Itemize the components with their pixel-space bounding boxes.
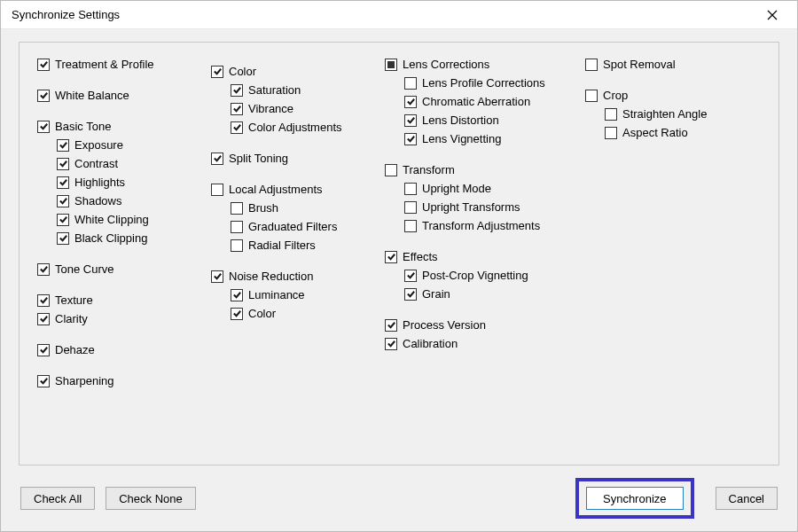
lens-vignetting-checkbox[interactable] — [404, 133, 417, 145]
upright-mode-row[interactable]: Upright Mode — [385, 179, 562, 198]
lens-distortion-row[interactable]: Lens Distortion — [385, 111, 562, 129]
basic-tone-row[interactable]: Basic Tone — [37, 117, 188, 136]
highlights-label: Highlights — [74, 173, 125, 192]
luminance-row[interactable]: Luminance — [211, 286, 362, 304]
sync-settings-dialog: Synchronize Settings Treatment & Profile… — [0, 0, 798, 532]
column-1: Treatment & Profile White Balance Basic … — [37, 55, 188, 390]
saturation-checkbox[interactable] — [231, 84, 243, 97]
shadows-checkbox[interactable] — [57, 195, 69, 207]
upright-mode-checkbox[interactable] — [404, 183, 417, 195]
highlights-checkbox[interactable] — [57, 176, 69, 189]
black-clipping-row[interactable]: Black Clipping — [37, 229, 188, 247]
chromatic-aberration-checkbox[interactable] — [404, 96, 417, 108]
noise-reduction-row[interactable]: Noise Reduction — [211, 267, 362, 286]
check-none-button[interactable]: Check None — [106, 487, 196, 510]
sharpening-checkbox[interactable] — [37, 375, 50, 387]
local-adjustments-checkbox[interactable] — [211, 184, 223, 196]
split-toning-checkbox[interactable] — [211, 153, 223, 165]
nr-color-checkbox[interactable] — [231, 308, 243, 320]
clarity-checkbox[interactable] — [37, 313, 50, 325]
spot-removal-checkbox[interactable] — [585, 59, 598, 71]
straighten-angle-checkbox[interactable] — [605, 108, 617, 121]
post-crop-vignetting-row[interactable]: Post-Crop Vignetting — [385, 266, 562, 285]
contrast-row[interactable]: Contrast — [37, 154, 188, 173]
chromatic-aberration-row[interactable]: Chromatic Aberration — [385, 92, 562, 111]
color-checkbox[interactable] — [211, 66, 223, 78]
treatment-profile-checkbox[interactable] — [37, 59, 50, 71]
crop-row[interactable]: Crop — [585, 86, 736, 105]
post-crop-vignetting-checkbox[interactable] — [404, 270, 417, 282]
saturation-row[interactable]: Saturation — [211, 81, 362, 99]
process-version-checkbox[interactable] — [385, 319, 397, 332]
color-row[interactable]: Color — [211, 62, 362, 81]
luminance-checkbox[interactable] — [231, 289, 243, 301]
white-balance-checkbox[interactable] — [37, 90, 50, 102]
lens-profile-corrections-checkbox[interactable] — [404, 77, 417, 90]
dehaze-checkbox[interactable] — [37, 344, 50, 356]
texture-row[interactable]: Texture — [37, 291, 188, 309]
lens-corrections-checkbox[interactable] — [385, 59, 397, 71]
aspect-ratio-row[interactable]: Aspect Ratio — [585, 123, 736, 142]
texture-checkbox[interactable] — [37, 294, 50, 307]
brush-checkbox[interactable] — [231, 202, 243, 215]
close-button[interactable] — [755, 3, 790, 27]
graduated-filters-row[interactable]: Graduated Filters — [211, 217, 362, 236]
button-row: Check All Check None Synchronize Cancel — [20, 478, 778, 519]
local-adjustments-row[interactable]: Local Adjustments — [211, 180, 362, 199]
upright-transforms-label: Upright Transforms — [422, 198, 520, 216]
lens-vignetting-row[interactable]: Lens Vignetting — [385, 129, 562, 148]
process-version-row[interactable]: Process Version — [385, 316, 562, 334]
cancel-button[interactable]: Cancel — [716, 487, 778, 510]
clarity-row[interactable]: Clarity — [37, 309, 188, 328]
tone-curve-row[interactable]: Tone Curve — [37, 260, 188, 278]
transform-adjustments-row[interactable]: Transform Adjustments — [385, 216, 562, 235]
exposure-row[interactable]: Exposure — [37, 136, 188, 154]
tone-curve-checkbox[interactable] — [37, 263, 50, 276]
synchronize-highlight: Synchronize — [575, 478, 694, 519]
nr-color-row[interactable]: Color — [211, 304, 362, 323]
effects-checkbox[interactable] — [385, 251, 397, 263]
transform-row[interactable]: Transform — [385, 160, 562, 179]
calibration-checkbox[interactable] — [385, 338, 397, 350]
vibrance-checkbox[interactable] — [231, 103, 243, 115]
lens-distortion-checkbox[interactable] — [404, 114, 417, 127]
upright-transforms-row[interactable]: Upright Transforms — [385, 198, 562, 216]
split-toning-row[interactable]: Split Toning — [211, 149, 362, 168]
aspect-ratio-checkbox[interactable] — [605, 127, 617, 139]
calibration-row[interactable]: Calibration — [385, 334, 562, 353]
contrast-checkbox[interactable] — [57, 158, 69, 170]
color-adjustments-checkbox[interactable] — [231, 121, 243, 134]
check-all-button[interactable]: Check All — [20, 487, 95, 510]
upright-transforms-checkbox[interactable] — [404, 201, 417, 214]
white-balance-row[interactable]: White Balance — [37, 86, 188, 105]
brush-row[interactable]: Brush — [211, 199, 362, 217]
black-clipping-checkbox[interactable] — [57, 232, 69, 245]
shadows-row[interactable]: Shadows — [37, 192, 188, 210]
highlights-row[interactable]: Highlights — [37, 173, 188, 192]
dehaze-row[interactable]: Dehaze — [37, 340, 188, 359]
column-4: Spot Removal Crop Straighten Angle Aspec… — [585, 55, 736, 390]
radial-filters-row[interactable]: Radial Filters — [211, 236, 362, 254]
treatment-profile-row[interactable]: Treatment & Profile — [37, 55, 188, 74]
exposure-checkbox[interactable] — [57, 139, 69, 152]
effects-row[interactable]: Effects — [385, 247, 562, 266]
noise-reduction-checkbox[interactable] — [211, 270, 223, 283]
crop-checkbox[interactable] — [585, 90, 598, 102]
sharpening-row[interactable]: Sharpening — [37, 372, 188, 390]
white-clipping-checkbox[interactable] — [57, 214, 69, 226]
transform-checkbox[interactable] — [385, 164, 397, 176]
grain-checkbox[interactable] — [404, 288, 417, 301]
graduated-filters-checkbox[interactable] — [231, 221, 243, 233]
lens-corrections-row[interactable]: Lens Corrections — [385, 55, 562, 74]
lens-profile-corrections-row[interactable]: Lens Profile Corrections — [385, 74, 562, 92]
synchronize-button[interactable]: Synchronize — [586, 487, 684, 510]
straighten-angle-row[interactable]: Straighten Angle — [585, 105, 736, 123]
transform-adjustments-checkbox[interactable] — [404, 220, 417, 232]
basic-tone-checkbox[interactable] — [37, 121, 50, 133]
color-adjustments-row[interactable]: Color Adjustments — [211, 118, 362, 137]
white-clipping-row[interactable]: White Clipping — [37, 210, 188, 229]
grain-row[interactable]: Grain — [385, 285, 562, 303]
radial-filters-checkbox[interactable] — [231, 239, 243, 252]
spot-removal-row[interactable]: Spot Removal — [585, 55, 736, 74]
vibrance-row[interactable]: Vibrance — [211, 99, 362, 118]
